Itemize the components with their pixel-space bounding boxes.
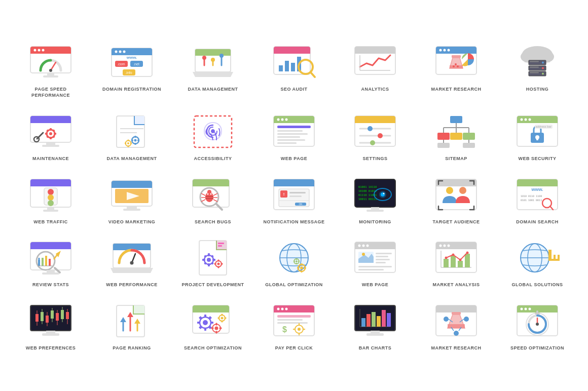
svg-point-287 — [439, 245, 442, 247]
svg-rect-315 — [61, 310, 64, 319]
svg-rect-72 — [30, 121, 71, 123]
svg-rect-105 — [274, 121, 314, 123]
svg-rect-98 — [128, 139, 129, 141]
icon-web-page-1[interactable]: WEB PAGE — [256, 106, 332, 165]
icon-review-stats[interactable]: REVIEW STATS — [13, 232, 89, 291]
icon-data-management-2[interactable]: DATA MANAGEMENT — [94, 106, 170, 165]
svg-point-29 — [211, 58, 215, 62]
svg-text:0101 1001 0011: 0101 1001 0011 — [521, 199, 542, 202]
svg-rect-267 — [296, 263, 298, 264]
svg-rect-241 — [212, 259, 215, 261]
svg-point-121 — [378, 133, 383, 138]
svg-text:1010 0110 1100: 1010 0110 1100 — [521, 194, 542, 198]
icon-market-research-2[interactable]: MARKET RESEARCH — [418, 296, 494, 354]
svg-rect-114 — [277, 142, 297, 144]
svg-point-178 — [210, 193, 212, 194]
svg-rect-372 — [366, 314, 371, 327]
svg-rect-342 — [216, 323, 217, 325]
icon-sitemap[interactable]: SITEMAP — [418, 106, 494, 165]
svg-rect-260 — [301, 263, 303, 265]
icon-label: SEO AUDIT — [280, 87, 307, 93]
svg-rect-94 — [131, 139, 133, 141]
icon-speed-optimization[interactable]: SPEED OPTIMIZATION — [499, 296, 575, 354]
svg-rect-239 — [208, 263, 210, 266]
svg-text:10100 01011: 10100 01011 — [358, 189, 377, 192]
icon-settings[interactable]: SETTINGS — [337, 106, 413, 165]
svg-rect-34 — [274, 51, 310, 54]
svg-rect-222 — [38, 260, 40, 266]
icon-maintenance[interactable]: MAINTENANCE — [13, 106, 89, 165]
svg-rect-253 — [218, 243, 224, 244]
icon-domain-registration[interactable]: www. .com .net .info DOMAIN REGISTRATION — [94, 37, 170, 101]
svg-rect-278 — [376, 253, 392, 254]
svg-rect-75 — [50, 128, 52, 131]
svg-point-355 — [277, 307, 280, 310]
svg-text:.net: .net — [133, 62, 139, 66]
svg-point-3 — [34, 49, 36, 52]
svg-point-52 — [448, 49, 450, 52]
svg-point-106 — [277, 118, 280, 121]
svg-rect-113 — [277, 139, 305, 141]
svg-point-4 — [38, 49, 41, 52]
svg-rect-374 — [377, 316, 381, 327]
svg-line-40 — [311, 72, 315, 77]
svg-point-385 — [454, 331, 459, 336]
icon-target-audience[interactable]: TARGET AUDIENCE — [418, 170, 494, 228]
icon-web-security[interactable]: address bar WEB SECURITY — [499, 106, 575, 165]
svg-rect-286 — [436, 247, 476, 249]
svg-text:www.: www. — [126, 55, 137, 60]
icon-global-solutions[interactable]: GLOBAL SOLUTIONS — [499, 232, 575, 291]
icon-hosting[interactable]: HOSTING — [499, 37, 575, 101]
svg-point-140 — [521, 118, 523, 121]
svg-rect-377 — [371, 331, 380, 333]
icon-domain-search[interactable]: www. 1010 0110 1100 0101 1001 0011 DOMAI… — [499, 170, 575, 228]
svg-point-50 — [439, 49, 442, 52]
icon-search-optimization[interactable]: SEARCH OPTIMIZATION — [175, 296, 251, 354]
svg-rect-319 — [42, 333, 59, 336]
svg-rect-210 — [517, 184, 558, 186]
icon-video-marketing[interactable]: VIDEO MARKETING — [94, 170, 170, 228]
icon-page-speed-performance[interactable]: PAGE SPEED PERFORMANCE — [13, 37, 89, 101]
svg-rect-254 — [218, 245, 222, 247]
svg-point-296 — [445, 257, 448, 259]
icon-web-page-2[interactable]: WEB PAGE — [337, 232, 413, 291]
icon-page-ranking[interactable]: PAGE RANKING — [94, 296, 170, 354]
icon-label: PAGE RANKING — [113, 345, 151, 351]
svg-point-394 — [525, 307, 527, 310]
svg-point-401 — [536, 323, 539, 326]
svg-point-152 — [48, 189, 54, 195]
icon-label: DATA MANAGEMENT — [107, 156, 157, 162]
icon-label: BAR CHARTS — [359, 345, 392, 351]
svg-rect-348 — [222, 314, 223, 316]
icon-data-management-1[interactable]: DATA MANAGEMENT — [175, 37, 251, 101]
svg-rect-268 — [293, 261, 295, 262]
icon-web-traffic[interactable]: WEB TRAFFIC — [13, 170, 89, 228]
icon-global-optimization[interactable]: GLOBAL OPTIMIZATION — [256, 232, 332, 291]
icon-market-research-1[interactable]: MARKET RESEARCH — [418, 37, 494, 101]
icon-bar-charts[interactable]: BAR CHARTS — [337, 296, 413, 354]
icon-pay-per-click[interactable]: $ PAY PER CLICK — [256, 296, 332, 354]
icon-market-analysis[interactable]: MARKET ANALYSIS — [418, 232, 494, 291]
icon-monitoring[interactable]: 01001 10110 10100 01011 01110 11001 1001… — [337, 170, 413, 228]
svg-rect-205 — [436, 184, 476, 186]
svg-rect-282 — [358, 266, 392, 267]
icon-project-development[interactable]: PROJECT DEVELOPMENT — [175, 232, 251, 291]
svg-rect-399 — [536, 310, 538, 314]
icon-search-bugs[interactable]: SEARCH BUGS — [175, 170, 251, 228]
svg-point-107 — [281, 118, 284, 121]
icon-accessibility[interactable]: ACCESSIBILITY — [175, 106, 251, 165]
icon-grid: PAGE SPEED PERFORMANCE www. .com .net — [13, 37, 575, 354]
icon-analytics[interactable]: ANALYTICS — [337, 37, 413, 101]
icon-web-preferences[interactable]: WEB PREFERENCES — [13, 296, 89, 354]
svg-point-74 — [49, 132, 52, 135]
icon-seo-audit[interactable]: SEO AUDIT — [256, 37, 332, 101]
svg-rect-187 — [289, 192, 306, 193]
svg-point-41 — [302, 63, 310, 71]
svg-point-56 — [455, 63, 457, 65]
icon-notification-message[interactable]: ! OK NOTIFICATION MESSAGE — [256, 170, 332, 228]
svg-rect-139 — [517, 121, 558, 123]
svg-point-395 — [529, 307, 531, 310]
svg-point-384 — [464, 317, 469, 322]
svg-rect-111 — [277, 133, 308, 135]
icon-web-performance[interactable]: WEB PERFORMANCE — [94, 232, 170, 291]
